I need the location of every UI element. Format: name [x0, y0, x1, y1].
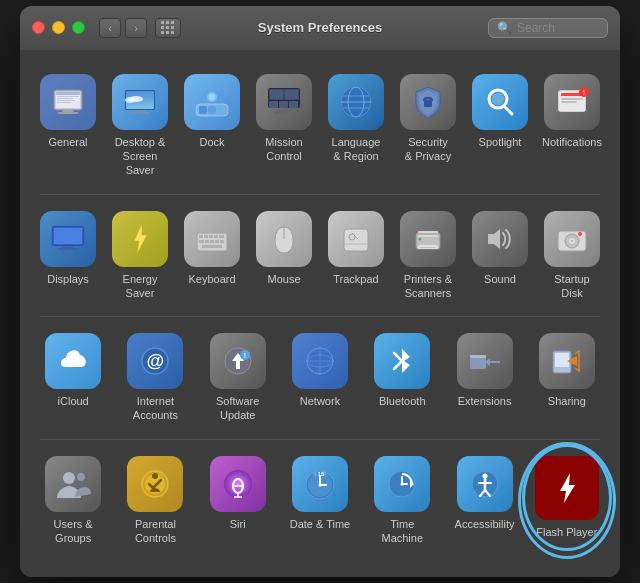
svg-rect-15 — [130, 112, 150, 114]
row-1: General — [32, 66, 608, 186]
extensions-label: Extensions — [458, 394, 512, 408]
svg-rect-8 — [58, 112, 78, 114]
svg-rect-19 — [217, 106, 225, 114]
pref-item-displays[interactable]: Displays — [32, 203, 104, 309]
search-icon: 🔍 — [497, 21, 512, 35]
pref-item-dock[interactable]: Dock — [176, 66, 248, 186]
pref-item-notifications[interactable]: ! Notifications — [536, 66, 608, 186]
titlebar: ‹ › System Preferences 🔍 — [20, 6, 620, 50]
pref-item-startup-disk[interactable]: StartupDisk — [536, 203, 608, 309]
svg-text:!: ! — [583, 89, 585, 96]
pref-item-extensions[interactable]: Extensions — [443, 325, 525, 431]
svg-rect-17 — [199, 106, 207, 114]
svg-rect-92 — [555, 353, 569, 367]
printers-scanners-label: Printers &Scanners — [404, 272, 452, 301]
svg-rect-25 — [285, 90, 298, 99]
mission-control-label: MissionControl — [265, 135, 302, 164]
pref-item-security-privacy[interactable]: Security& Privacy — [392, 66, 464, 186]
pref-item-flash-player[interactable]: Flash Player — [526, 448, 608, 554]
svg-rect-27 — [279, 101, 288, 108]
pref-item-software-update[interactable]: ! SoftwareUpdate — [197, 325, 279, 431]
svg-text:!: ! — [244, 352, 246, 359]
bluetooth-label: Bluetooth — [379, 394, 425, 408]
svg-point-93 — [63, 472, 75, 484]
notifications-label: Notifications — [542, 135, 602, 149]
internet-accounts-label: InternetAccounts — [133, 394, 178, 423]
grid-view-button[interactable] — [155, 18, 181, 38]
pref-item-bluetooth[interactable]: Bluetooth — [361, 325, 443, 431]
back-button[interactable]: ‹ — [99, 18, 121, 38]
general-icon — [40, 74, 96, 130]
pref-item-sound[interactable]: Sound — [464, 203, 536, 309]
svg-rect-57 — [219, 235, 224, 238]
pref-item-internet-accounts[interactable]: @ InternetAccounts — [114, 325, 196, 431]
window-title: System Preferences — [258, 20, 382, 35]
pref-item-keyboard[interactable]: Keyboard — [176, 203, 248, 309]
pref-item-spotlight[interactable]: Spotlight — [464, 66, 536, 186]
printers-scanners-icon — [400, 211, 456, 267]
svg-rect-49 — [54, 228, 82, 244]
search-box[interactable]: 🔍 — [488, 18, 608, 38]
pref-item-mission-control[interactable]: MissionControl — [248, 66, 320, 186]
minimize-button[interactable] — [52, 21, 65, 34]
pref-item-language-region[interactable]: Language& Region — [320, 66, 392, 186]
pref-item-siri[interactable]: Siri — [197, 448, 279, 554]
svg-rect-44 — [561, 101, 577, 103]
forward-button[interactable]: › — [125, 18, 147, 38]
svg-rect-59 — [205, 240, 209, 243]
software-update-icon: ! — [210, 333, 266, 389]
dock-label: Dock — [199, 135, 224, 149]
pref-item-icloud[interactable]: iCloud — [32, 325, 114, 431]
svg-rect-65 — [344, 229, 368, 251]
pref-item-mouse[interactable]: Mouse — [248, 203, 320, 309]
svg-rect-24 — [270, 90, 283, 99]
close-button[interactable] — [32, 21, 45, 34]
preferences-grid: General — [20, 50, 620, 578]
flash-player-label: Flash Player — [536, 525, 597, 539]
desktop-label: Desktop &Screen Saver — [108, 135, 172, 178]
language-region-label: Language& Region — [332, 135, 381, 164]
pref-item-users-groups[interactable]: Users &Groups — [32, 448, 114, 554]
siri-icon — [210, 456, 266, 512]
maximize-button[interactable] — [72, 21, 85, 34]
svg-rect-60 — [210, 240, 214, 243]
svg-rect-43 — [561, 98, 583, 100]
pref-item-trackpad[interactable]: Trackpad — [320, 203, 392, 309]
energy-saver-label: EnergySaver — [123, 272, 158, 301]
svg-point-115 — [401, 482, 404, 485]
svg-point-78 — [571, 240, 573, 242]
mission-control-icon — [256, 74, 312, 130]
pref-item-network[interactable]: Network — [279, 325, 361, 431]
pref-item-printers-scanners[interactable]: Printers &Scanners — [392, 203, 464, 309]
notifications-icon: ! — [544, 74, 600, 130]
spotlight-icon — [472, 74, 528, 130]
search-input[interactable] — [517, 21, 599, 35]
pref-item-date-time[interactable]: 15 Date & Time — [279, 448, 361, 554]
accessibility-label: Accessibility — [455, 517, 515, 531]
date-time-icon: 15 — [292, 456, 348, 512]
pref-item-time-machine[interactable]: TimeMachine — [361, 448, 443, 554]
pref-item-accessibility[interactable]: Accessibility — [443, 448, 525, 554]
startup-disk-icon — [544, 211, 600, 267]
sound-label: Sound — [484, 272, 516, 286]
flash-player-icon — [535, 456, 599, 520]
svg-rect-63 — [202, 245, 222, 248]
svg-rect-62 — [220, 240, 224, 243]
row-2: Displays EnergySaver — [32, 203, 608, 309]
traffic-lights — [32, 21, 85, 34]
pref-item-sharing[interactable]: Sharing — [526, 325, 608, 431]
svg-rect-30 — [274, 112, 294, 114]
network-icon — [292, 333, 348, 389]
trackpad-label: Trackpad — [333, 272, 378, 286]
divider-2 — [40, 316, 600, 317]
pref-item-desktop[interactable]: Desktop &Screen Saver — [104, 66, 176, 186]
date-time-label: Date & Time — [290, 517, 351, 531]
accessibility-icon — [457, 456, 513, 512]
sound-icon — [472, 211, 528, 267]
row-3: iCloud @ InternetAccounts — [32, 325, 608, 431]
pref-item-general[interactable]: General — [32, 66, 104, 186]
svg-rect-26 — [269, 101, 278, 108]
pref-item-energy-saver[interactable]: EnergySaver — [104, 203, 176, 309]
pref-item-parental-controls[interactable]: ParentalControls — [114, 448, 196, 554]
svg-rect-4 — [57, 98, 73, 99]
